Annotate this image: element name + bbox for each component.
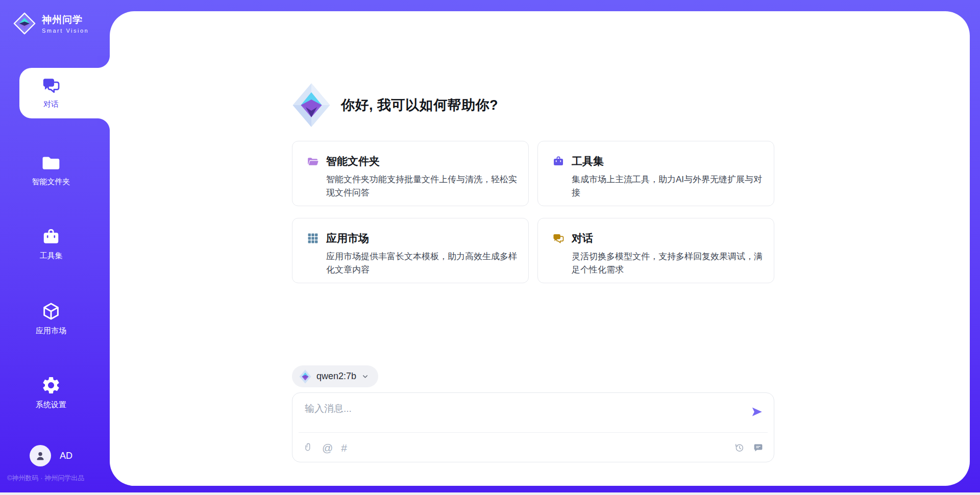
- model-name: qwen2:7b: [316, 371, 356, 382]
- tab-concave-top: [97, 56, 110, 68]
- avatar: [30, 445, 51, 466]
- tab-concave-bottom: [97, 118, 110, 131]
- sidebar-item-label: 工具集: [40, 251, 63, 261]
- send-icon[interactable]: [750, 405, 764, 418]
- card-head: 应用市场: [307, 231, 523, 245]
- message-input[interactable]: [292, 393, 774, 430]
- gear-icon: [41, 375, 61, 395]
- sidebar-item-label: 智能文件夹: [32, 177, 70, 187]
- sidebar-item-label: 应用市场: [36, 326, 66, 336]
- sidebar-item-label: 对话: [43, 100, 59, 109]
- chat-bubble-icon[interactable]: [753, 442, 764, 453]
- message-composer: @ #: [292, 392, 774, 462]
- composer-toolbar: @ #: [292, 433, 774, 462]
- card-description: 应用市场提供丰富长文本模板，助力高效生成多样化文章内容: [326, 250, 523, 277]
- sidebar-item-smart-folder[interactable]: 智能文件夹: [0, 153, 102, 187]
- card-app-market[interactable]: 应用市场 应用市场提供丰富长文本模板，助力高效生成多样化文章内容: [292, 218, 529, 283]
- model-selector[interactable]: qwen2:7b: [292, 365, 378, 387]
- open-folder-icon: [307, 155, 319, 167]
- sidebar-item-app-market[interactable]: 应用市场: [0, 301, 102, 336]
- sidebar-item-label: 系统设置: [36, 400, 66, 410]
- greeting-block: 你好, 我可以如何帮助你?: [292, 82, 498, 128]
- brand-text: 神州问学 Smart Vision: [42, 13, 89, 34]
- app-root: 神州问学 Smart Vision 对话 智能文件夹 工具集 应用市场: [0, 0, 980, 495]
- brand-diamond-icon: [13, 12, 36, 35]
- toolbar-right: [734, 442, 764, 453]
- card-smart-folder[interactable]: 智能文件夹 智能文件夹功能支持批量文件上传与清洗，轻松实现文件问答: [292, 141, 529, 206]
- card-title: 智能文件夹: [326, 154, 380, 168]
- card-head: 对话: [552, 231, 769, 245]
- bottom-scrollbar-strip[interactable]: [0, 492, 980, 495]
- briefcase-icon: [552, 155, 565, 167]
- brand-subtitle: Smart Vision: [42, 28, 89, 34]
- hash-icon[interactable]: #: [341, 442, 347, 453]
- card-description: 灵活切换多模型文件，支持多样回复效果调试，满足个性化需求: [572, 250, 769, 277]
- brand-logo[interactable]: 神州问学 Smart Vision: [13, 12, 89, 35]
- card-chat[interactable]: 对话 灵活切换多模型文件，支持多样回复效果调试，满足个性化需求: [537, 218, 774, 283]
- sidebar-item-settings[interactable]: 系统设置: [0, 375, 102, 410]
- model-diamond-icon: [299, 369, 311, 384]
- card-toolset[interactable]: 工具集 集成市场上主流工具，助力AI与外界无缝扩展与对接: [537, 141, 774, 206]
- card-title: 对话: [572, 231, 593, 245]
- card-title: 应用市场: [326, 231, 369, 245]
- chevron-down-icon: [361, 373, 369, 380]
- card-description: 智能文件夹功能支持批量文件上传与清洗，轻松实现文件问答: [326, 173, 523, 200]
- grid-icon: [307, 232, 319, 244]
- attachment-icon[interactable]: [304, 442, 314, 453]
- cube-icon: [41, 301, 61, 321]
- brand-name: 神州问学: [42, 13, 89, 27]
- assistant-diamond-icon: [292, 82, 331, 128]
- person-icon: [34, 450, 46, 462]
- folder-icon: [41, 153, 61, 172]
- chat-icon: [41, 76, 61, 95]
- user-name: AD: [60, 451, 72, 461]
- toolbar-left: @ #: [304, 442, 347, 453]
- card-description: 集成市场上主流工具，助力AI与外界无缝扩展与对接: [572, 173, 769, 200]
- card-title: 工具集: [572, 154, 604, 168]
- chat-icon: [552, 232, 565, 244]
- card-head: 智能文件夹: [307, 154, 523, 168]
- card-head: 工具集: [552, 154, 769, 168]
- sidebar-item-toolset[interactable]: 工具集: [0, 227, 102, 261]
- briefcase-icon: [41, 227, 61, 246]
- copyright-text: ©神州数码 · 神州问学出品: [7, 474, 84, 483]
- feature-cards: 智能文件夹 智能文件夹功能支持批量文件上传与清洗，轻松实现文件问答 工具集 集成…: [292, 141, 774, 283]
- sidebar-item-chat[interactable]: 对话: [0, 76, 102, 109]
- greeting-title: 你好, 我可以如何帮助你?: [341, 96, 498, 114]
- mention-icon[interactable]: @: [322, 442, 333, 453]
- history-icon[interactable]: [734, 442, 745, 453]
- user-profile[interactable]: AD: [30, 445, 72, 466]
